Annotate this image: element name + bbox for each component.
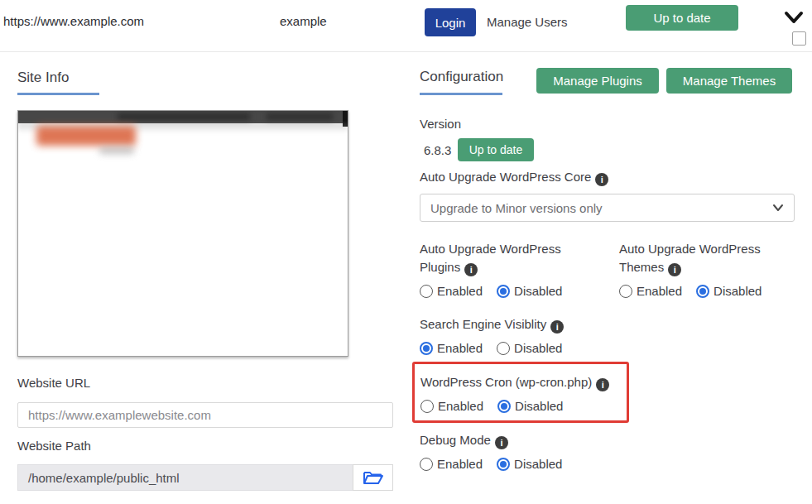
- radio-icon: [497, 400, 511, 413]
- setting-label-text: Auto Upgrade WordPress Themes: [619, 242, 761, 274]
- info-icon[interactable]: [596, 378, 609, 391]
- setting-label-text: Search Engine Visiblity: [420, 317, 546, 331]
- site-preview-thumbnail: [17, 110, 348, 357]
- radio-enabled[interactable]: Enabled: [420, 399, 483, 413]
- radio-icon: [420, 400, 434, 413]
- website-url-label: Website URL: [17, 376, 90, 390]
- radio-label: Disabled: [514, 284, 562, 298]
- setting-auto-upgrade-themes: Auto Upgrade WordPress Themes Enabled Di…: [619, 240, 785, 298]
- radio-icon: [497, 342, 510, 355]
- website-path-group: /home/example/public_html: [17, 464, 393, 491]
- radio-icon: [420, 342, 433, 355]
- auto-upgrade-core-label: Auto Upgrade WordPress Core: [420, 168, 608, 186]
- site-info-title: Site Info: [17, 70, 69, 86]
- radio-icon: [619, 285, 632, 298]
- thumbnail-blurred-logo: [36, 126, 136, 146]
- info-icon[interactable]: [550, 320, 564, 334]
- website-path-input[interactable]: /home/example/public_html: [17, 464, 353, 491]
- setting-label-text: WordPress Cron (wp-cron.php): [420, 375, 592, 389]
- info-icon[interactable]: [464, 263, 478, 276]
- thumbnail-browser-bar: [18, 111, 348, 123]
- version-label: Version: [420, 117, 461, 131]
- radio-enabled[interactable]: Enabled: [420, 284, 483, 298]
- manage-users-link[interactable]: Manage Users: [487, 15, 568, 29]
- setting-debug-mode: Debug Mode Enabled Disabled: [420, 431, 576, 471]
- manage-themes-button[interactable]: Manage Themes: [666, 68, 792, 94]
- login-button[interactable]: Login: [425, 8, 476, 36]
- thumbnail-blur-detail: [267, 113, 333, 120]
- radio-label: Disabled: [514, 457, 562, 471]
- header-divider: [0, 51, 812, 52]
- radio-disabled[interactable]: Disabled: [696, 284, 762, 298]
- selected-option-text: Upgrade to Minor versions only: [430, 201, 603, 215]
- configuration-underline: [420, 93, 502, 95]
- manage-plugins-button[interactable]: Manage Plugins: [536, 68, 659, 94]
- site-info-underline: [17, 93, 99, 95]
- open-folder-button[interactable]: [353, 464, 393, 491]
- radio-label: Disabled: [514, 341, 562, 355]
- site-name-text: example: [280, 14, 327, 28]
- radio-disabled[interactable]: Disabled: [497, 341, 562, 355]
- update-status-badge: Up to date: [626, 5, 738, 31]
- auto-upgrade-core-text: Auto Upgrade WordPress Core: [420, 170, 591, 184]
- thumbnail-blur-detail: [118, 113, 250, 120]
- row-select-checkbox[interactable]: [792, 31, 806, 46]
- radio-disabled[interactable]: Disabled: [497, 399, 563, 413]
- radio-label: Enabled: [437, 341, 483, 355]
- website-url-input[interactable]: [17, 402, 393, 428]
- setting-search-engine-visibility: Search Engine Visiblity Enabled Disabled: [420, 315, 576, 355]
- radio-icon: [420, 458, 433, 471]
- setting-wordpress-cron: WordPress Cron (wp-cron.php) Enabled Dis…: [420, 373, 609, 413]
- info-icon[interactable]: [668, 263, 681, 276]
- radio-label: Enabled: [437, 457, 483, 471]
- setting-auto-upgrade-plugins: Auto Upgrade WordPress Plugins Enabled D…: [420, 240, 585, 298]
- thumbnail-blurred-tagline: [99, 147, 134, 154]
- website-path-label: Website Path: [17, 439, 91, 453]
- site-url-text: https://www.example.com: [3, 14, 144, 28]
- version-status-badge: Up to date: [458, 138, 534, 161]
- radio-label: Enabled: [438, 399, 483, 413]
- radio-icon: [420, 285, 433, 298]
- radio-icon: [696, 285, 709, 298]
- radio-label: Enabled: [437, 284, 483, 298]
- radio-icon: [497, 458, 510, 471]
- info-icon[interactable]: [495, 436, 508, 449]
- radio-label: Disabled: [714, 284, 762, 298]
- version-number: 6.8.3: [424, 143, 451, 157]
- chevron-down-icon[interactable]: [783, 9, 805, 26]
- radio-disabled[interactable]: Disabled: [497, 284, 562, 298]
- radio-label: Disabled: [515, 399, 563, 413]
- radio-icon: [497, 285, 510, 298]
- setting-label-text: Debug Mode: [420, 433, 491, 447]
- radio-disabled[interactable]: Disabled: [497, 457, 562, 471]
- folder-open-icon: [363, 469, 384, 486]
- auto-upgrade-core-select[interactable]: Upgrade to Minor versions only: [420, 194, 795, 222]
- radio-label: Enabled: [637, 284, 682, 298]
- radio-enabled[interactable]: Enabled: [619, 284, 682, 298]
- radio-enabled[interactable]: Enabled: [420, 457, 483, 471]
- info-icon[interactable]: [595, 173, 608, 186]
- radio-enabled[interactable]: Enabled: [420, 341, 483, 355]
- setting-label-text: Auto Upgrade WordPress Plugins: [420, 242, 561, 274]
- configuration-title: Configuration: [420, 69, 503, 85]
- select-chevron-icon: [772, 204, 784, 212]
